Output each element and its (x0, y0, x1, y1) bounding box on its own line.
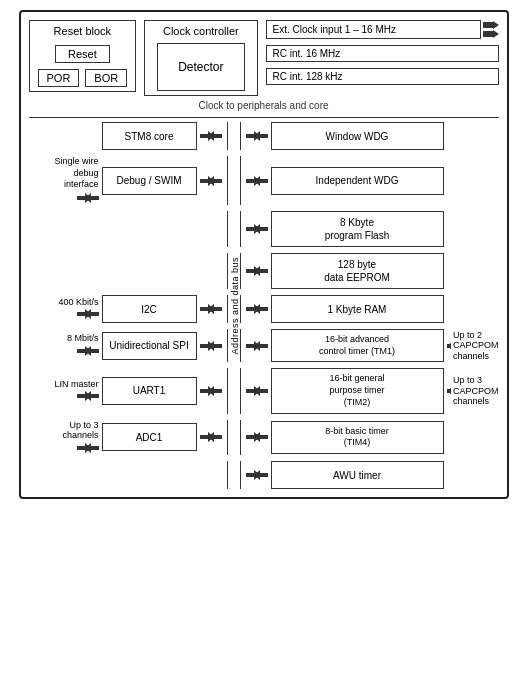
svg-marker-0 (483, 21, 499, 29)
reset-block-title: Reset block (54, 25, 111, 37)
right-arrow-8 (246, 430, 268, 444)
right-arrow-7 (246, 384, 268, 398)
right-arrow-6 (246, 339, 268, 353)
svg-marker-31 (85, 391, 99, 401)
up-to-3-text: Up to 3 channels (62, 420, 98, 442)
ext-clock-row: Ext. Clock input 1 – 16 MHz (266, 20, 499, 39)
capcpom-3-arrow (447, 384, 451, 398)
main-box: Reset block Reset POR BOR Clock controll… (19, 10, 509, 499)
row-awu: AWU timer (29, 461, 499, 489)
top-divider (29, 117, 499, 118)
8mbits-text: 8 Mbit/s (67, 333, 99, 344)
svg-marker-35 (254, 386, 268, 396)
right-arrow-1 (246, 129, 268, 143)
clock-controller-title: Clock controller (163, 25, 239, 37)
flash-box: 8 Kbyte program Flash (271, 211, 444, 247)
spi-box: Unidirectional SPI (102, 332, 197, 360)
svg-marker-37 (447, 386, 451, 396)
timer-tim2-box: 16-bit general purpose timer (TIM2) (271, 368, 444, 413)
arrow-right-bottom (483, 30, 499, 38)
svg-marker-27 (254, 341, 268, 351)
label-capcpom-2: Up to 2 CAPCPOM channels (447, 330, 499, 362)
row-i2c: 400 Kbit/s I2C 1 Kbyte RAM (29, 295, 499, 323)
single-wire-text: Single wiredebuginterface (54, 156, 98, 191)
arrow-right-top (483, 21, 499, 29)
right-arrow-2 (246, 174, 268, 188)
label-single-wire: Single wiredebuginterface (29, 156, 99, 205)
row-stm8: STM8 core Window WDG (29, 122, 499, 150)
row-spi: 8 Mbit/s Unidirectional SPI 16-bit advan… (29, 329, 499, 362)
adc-bus-arrow (200, 430, 222, 444)
adc-arrow (77, 441, 99, 455)
bus-area-8 (227, 420, 241, 456)
svg-marker-41 (208, 432, 222, 442)
row-adc: Up to 3 channels ADC1 8-bit basic timer … (29, 420, 499, 456)
svg-marker-25 (208, 341, 222, 351)
stm8-core-box: STM8 core (102, 122, 197, 150)
svg-marker-43 (254, 432, 268, 442)
rc-int-128-box: RC int. 128 kHz (266, 68, 499, 85)
label-400kbits: 400 Kbit/s (29, 297, 99, 322)
bus-area (227, 122, 241, 150)
clock-controller: Clock controller Detector (144, 20, 257, 96)
rc-int-16-box: RC int. 16 MHz (266, 45, 499, 62)
ext-clock-box: Ext. Clock input 1 – 16 MHz (266, 20, 481, 39)
row-debug: Single wiredebuginterface Debug / SWIM I… (29, 156, 499, 205)
svg-marker-45 (254, 470, 268, 480)
por-box: POR (38, 69, 80, 87)
svg-marker-15 (254, 266, 268, 276)
right-arrow-9 (246, 468, 268, 482)
svg-marker-5 (254, 131, 268, 141)
spi-bus-arrow (200, 339, 222, 353)
svg-marker-29 (447, 341, 451, 351)
i2c-box: I2C (102, 295, 197, 323)
label-8mbits: 8 Mbit/s (29, 333, 99, 358)
reset-block: Reset block Reset POR BOR (29, 20, 137, 92)
ram-box: 1 Kbyte RAM (271, 295, 444, 323)
row-flash: 8 Kbyte program Flash (29, 211, 499, 247)
capcpom-3-text: Up to 3 CAPCPOM channels (453, 375, 499, 407)
bus-area-4 (227, 253, 241, 289)
svg-marker-33 (208, 386, 222, 396)
capcpom-2-text: Up to 2 CAPCPOM channels (453, 330, 499, 362)
svg-marker-39 (85, 443, 99, 453)
label-capcpom-3: Up to 3 CAPCPOM channels (447, 375, 499, 407)
ext-clock-text: Ext. Clock input 1 – 16 MHz (273, 23, 396, 36)
ext-clocks: Ext. Clock input 1 – 16 MHz RC int. 16 M… (266, 20, 499, 85)
svg-marker-13 (254, 224, 268, 234)
clock-to-peripherals-label: Clock to peripherals and core (29, 100, 499, 111)
svg-marker-7 (85, 193, 99, 203)
bus-area-2 (227, 156, 241, 205)
svg-marker-23 (85, 346, 99, 356)
svg-marker-17 (85, 309, 99, 319)
adc1-box: ADC1 (102, 423, 197, 451)
independent-wdg-box: Independent WDG (271, 167, 444, 195)
right-arrow-3 (246, 222, 268, 236)
400k-arrow (77, 307, 99, 321)
label-lin-master: LIN master (29, 379, 99, 404)
stm8-arrow (200, 129, 222, 143)
svg-marker-9 (208, 176, 222, 186)
bus-area-7 (227, 368, 241, 413)
ext-clock-arrows (483, 21, 499, 38)
i2c-bus-arrow (200, 302, 222, 316)
svg-marker-21 (254, 304, 268, 314)
bus-area-5 (227, 295, 241, 323)
awu-timer-box: AWU timer (271, 461, 444, 489)
right-arrow-5 (246, 302, 268, 316)
lin-arrow (77, 389, 99, 403)
eeprom-box: 128 byte data EEPROM (271, 253, 444, 289)
detector-box: Detector (157, 43, 244, 91)
row-uart: LIN master UART1 16-bit general purpose … (29, 368, 499, 413)
right-arrow-4 (246, 264, 268, 278)
label-up-to-3: Up to 3 channels (29, 420, 99, 456)
svg-marker-3 (208, 131, 222, 141)
single-wire-arrow (77, 191, 99, 205)
uart-bus-arrow (200, 384, 222, 398)
window-wdg-box: Window WDG (271, 122, 444, 150)
debug-bus-arrow (200, 174, 222, 188)
bor-box: BOR (85, 69, 127, 87)
top-section: Reset block Reset POR BOR Clock controll… (29, 20, 499, 96)
bus-area-9 (227, 461, 241, 489)
400kbits-text: 400 Kbit/s (58, 297, 98, 308)
